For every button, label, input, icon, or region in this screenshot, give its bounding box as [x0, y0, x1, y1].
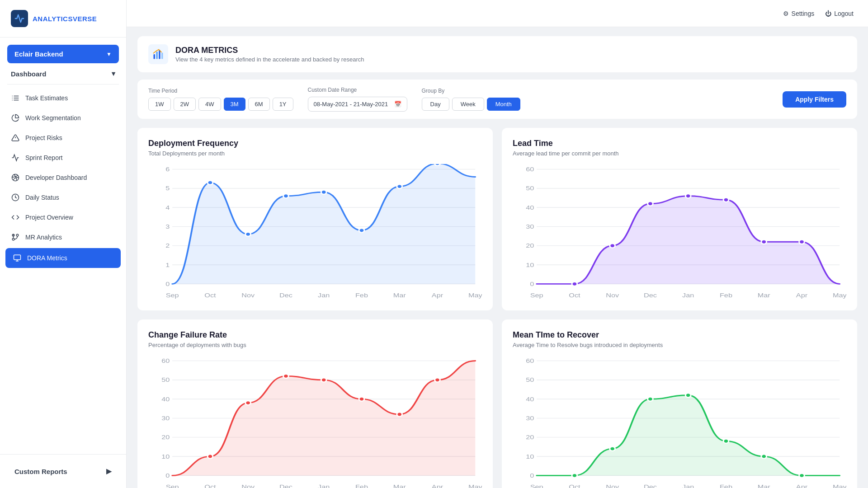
deployment-frequency-card: Deployment Frequency Total Deployments p… [137, 128, 493, 310]
sidebar-item-label: MR Analytics [25, 234, 62, 241]
svg-point-106 [283, 374, 289, 378]
svg-point-49 [397, 184, 402, 188]
svg-point-45 [245, 232, 251, 236]
svg-text:5: 5 [165, 185, 170, 192]
sidebar-item-dora-metrics[interactable]: DORA Metrics [5, 248, 121, 268]
group-btn-week[interactable]: Week [452, 98, 484, 111]
code-icon [11, 213, 20, 222]
mean-time-to-recover-card: Mean TIme to Recover Average Time to Res… [502, 319, 857, 488]
svg-text:Apr: Apr [432, 292, 443, 299]
svg-text:Feb: Feb [720, 292, 732, 299]
svg-text:40: 40 [161, 396, 170, 402]
svg-text:Oct: Oct [569, 484, 580, 488]
svg-text:Feb: Feb [355, 292, 368, 299]
svg-point-79 [761, 240, 767, 244]
svg-text:Nov: Nov [241, 484, 255, 488]
svg-point-135 [610, 447, 615, 451]
sidebar-item-label: DORA Metrics [27, 254, 67, 262]
lead-time-card: Lead Time Average lead time per commit p… [502, 128, 857, 310]
svg-point-75 [610, 244, 615, 248]
main-content: ⚙ Settings ⏻ Logout DORA METRICS View th [127, 0, 868, 488]
svg-text:May: May [833, 292, 846, 299]
gear-icon: ⚙ [783, 10, 789, 17]
sidebar-item-daily-status[interactable]: Daily Status [0, 188, 126, 207]
time-btn-1w[interactable]: 1W [148, 98, 171, 111]
custom-reports-button[interactable]: Custom Reports ▶ [7, 462, 119, 481]
svg-point-50 [435, 164, 440, 165]
svg-text:Mar: Mar [393, 292, 406, 299]
project-selector[interactable]: Eclair Backend ▼ [7, 45, 119, 63]
svg-text:May: May [468, 484, 482, 488]
svg-text:50: 50 [161, 377, 170, 383]
apply-filters-button[interactable]: Apply Filters [783, 91, 846, 108]
sidebar-item-work-segmentation[interactable]: Work Segmentation [0, 108, 126, 128]
svg-text:Oct: Oct [569, 292, 580, 299]
sidebar-item-label: Developer Dashboard [25, 174, 87, 181]
svg-text:20: 20 [161, 434, 170, 441]
svg-text:4: 4 [165, 204, 170, 211]
svg-point-105 [245, 401, 251, 405]
sidebar-item-mr-analytics[interactable]: MR Analytics [0, 227, 126, 247]
svg-point-78 [723, 198, 729, 202]
sidebar-item-label: Work Segmentation [25, 114, 81, 122]
group-by-buttons: DayWeekMonth [422, 98, 520, 111]
svg-text:May: May [468, 292, 482, 299]
group-btn-day[interactable]: Day [422, 98, 449, 111]
group-btn-month[interactable]: Month [487, 98, 520, 111]
svg-text:30: 30 [161, 415, 170, 422]
svg-text:Mar: Mar [758, 484, 770, 488]
svg-text:Feb: Feb [720, 484, 732, 488]
time-period-buttons: 1W2W4W3M6M1Y [148, 98, 293, 111]
date-range-input[interactable]: 08-May-2021 - 21-May-2021 📅 [308, 97, 407, 112]
svg-point-138 [723, 439, 729, 443]
svg-text:3: 3 [165, 224, 170, 230]
svg-text:Jan: Jan [318, 292, 330, 299]
logout-button[interactable]: ⏻ Logout [825, 10, 854, 17]
svg-text:Nov: Nov [606, 484, 619, 488]
custom-reports-section: Custom Reports ▶ [0, 454, 126, 488]
svg-text:Jan: Jan [682, 484, 694, 488]
time-btn-1y[interactable]: 1Y [273, 98, 293, 111]
svg-text:Dec: Dec [644, 292, 657, 299]
logo-area: ANALYTICSVERSE [0, 0, 126, 38]
svg-point-12 [12, 238, 14, 240]
svg-text:10: 10 [526, 453, 534, 460]
pie-icon [11, 113, 20, 122]
time-btn-4w[interactable]: 4W [198, 98, 221, 111]
svg-text:Sep: Sep [166, 292, 179, 299]
monitor-icon [13, 253, 22, 263]
time-btn-6m[interactable]: 6M [248, 98, 270, 111]
svg-text:Apr: Apr [796, 292, 807, 299]
dora-metrics-icon [148, 44, 168, 64]
settings-button[interactable]: ⚙ Settings [783, 10, 815, 17]
svg-point-137 [685, 393, 691, 397]
time-btn-3m[interactable]: 3M [224, 98, 245, 111]
sidebar-item-project-risks[interactable]: Project Risks [0, 128, 126, 148]
svg-text:0: 0 [165, 473, 170, 479]
sidebar-item-sprint-report[interactable]: Sprint Report [0, 148, 126, 168]
svg-point-44 [208, 181, 213, 185]
svg-point-74 [572, 282, 577, 286]
sidebar-item-developer-dashboard[interactable]: Developer Dashboard [0, 168, 126, 188]
svg-point-77 [685, 194, 691, 198]
page-header-text: DORA METRICS View the 4 key metrics defi… [175, 46, 364, 63]
svg-rect-20 [161, 53, 163, 59]
svg-point-47 [321, 190, 326, 194]
svg-text:Dec: Dec [279, 292, 292, 299]
sidebar-item-task-estimates[interactable]: Task Estimates [0, 88, 126, 108]
svg-text:Apr: Apr [432, 484, 443, 488]
charts-grid: Deployment Frequency Total Deployments p… [137, 128, 857, 488]
svg-text:Sep: Sep [166, 484, 179, 488]
svg-point-140 [799, 474, 805, 478]
deployment-frequency-chart: 0123456SepOctNovDecJanFebMarAprMay [148, 164, 482, 300]
sidebar-item-project-overview[interactable]: Project Overview [0, 207, 126, 227]
svg-point-109 [397, 412, 402, 416]
sidebar-item-label: Task Estimates [25, 94, 68, 102]
chevron-down-icon: ▾ [112, 70, 115, 78]
svg-point-104 [208, 454, 213, 458]
svg-text:40: 40 [526, 396, 534, 402]
time-btn-2w[interactable]: 2W [174, 98, 196, 111]
svg-point-76 [648, 202, 653, 206]
svg-text:50: 50 [526, 185, 534, 192]
svg-point-80 [799, 240, 805, 244]
